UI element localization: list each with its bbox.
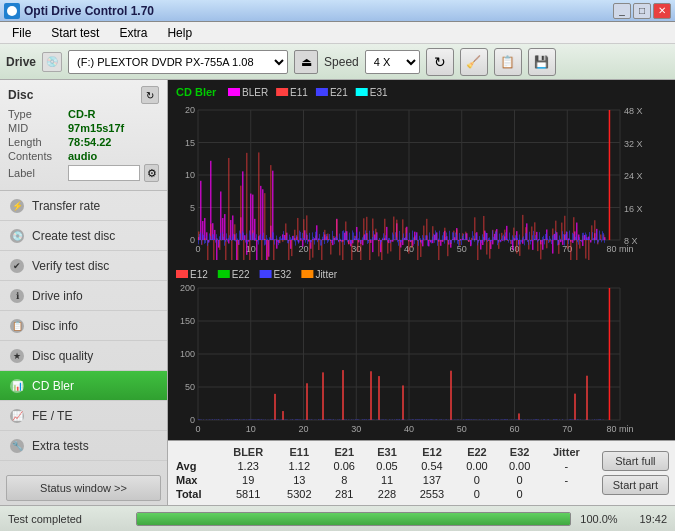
- sidebar-item-create-test-disc[interactable]: 💿 Create test disc: [0, 221, 167, 251]
- cell-avg-5: 0.00: [456, 459, 499, 473]
- menu-start-test[interactable]: Start test: [43, 24, 107, 42]
- sidebar-item-fe-te-label: FE / TE: [32, 409, 72, 423]
- drive-select[interactable]: (F:) PLEXTOR DVDR PX-755A 1.08: [68, 50, 288, 74]
- table-body: Avg1.231.120.060.050.540.000.00-Max19138…: [172, 459, 592, 501]
- sidebar-item-disc-info[interactable]: 📋 Disc info: [0, 311, 167, 341]
- disc-label-input[interactable]: [68, 165, 140, 181]
- disc-quality-icon: ★: [10, 349, 24, 363]
- create-test-disc-icon: 💿: [10, 229, 24, 243]
- data-table-wrapper: BLER E11 E21 E31 E12 E22 E32 Jitter Avg1…: [168, 441, 596, 505]
- sidebar-item-drive-info-label: Drive info: [32, 289, 83, 303]
- extra-tests-icon: 🔧: [10, 439, 24, 453]
- disc-section-title: Disc: [8, 88, 33, 102]
- toolbar: Drive 💿 (F:) PLEXTOR DVDR PX-755A 1.08 ⏏…: [0, 44, 675, 80]
- cell-avg-2: 0.06: [323, 459, 366, 473]
- disc-length-value: 78:54.22: [68, 136, 111, 148]
- cell-max-4: 137: [408, 473, 455, 487]
- sidebar: Disc ↻ Type CD-R MID 97m15s17f Length 78…: [0, 80, 168, 505]
- data-table: BLER E11 E21 E31 E12 E22 E32 Jitter Avg1…: [172, 445, 592, 501]
- fe-te-icon: 📈: [10, 409, 24, 423]
- status-time: 19:42: [627, 513, 667, 525]
- disc-type-value: CD-R: [68, 108, 96, 120]
- drive-info-icon: ℹ: [10, 289, 24, 303]
- titlebar: Opti Drive Control 1.70 _ □ ✕: [0, 0, 675, 22]
- sidebar-item-fe-te[interactable]: 📈 FE / TE: [0, 401, 167, 431]
- cell-max-0: 19: [221, 473, 276, 487]
- disc-refresh-button[interactable]: ↻: [141, 86, 159, 104]
- cell-total-7: [541, 487, 592, 501]
- table-row: Max191381113700-: [172, 473, 592, 487]
- start-full-button[interactable]: Start full: [602, 451, 669, 471]
- table-header-row: BLER E11 E21 E31 E12 E22 E32 Jitter: [172, 445, 592, 459]
- col-header-jitter: Jitter: [541, 445, 592, 459]
- cell-avg-4: 0.54: [408, 459, 455, 473]
- table-row: Total58115302281228255300: [172, 487, 592, 501]
- cell-max-1: 13: [276, 473, 323, 487]
- maximize-button[interactable]: □: [633, 3, 651, 19]
- cell-avg-7: -: [541, 459, 592, 473]
- row-label-avg: Avg: [172, 459, 221, 473]
- save-button[interactable]: 💾: [528, 48, 556, 76]
- close-button[interactable]: ✕: [653, 3, 671, 19]
- chart1-canvas: [168, 80, 675, 260]
- drive-label: Drive: [6, 55, 36, 69]
- sidebar-item-create-test-disc-label: Create test disc: [32, 229, 115, 243]
- sidebar-item-extra-tests[interactable]: 🔧 Extra tests: [0, 431, 167, 461]
- cell-total-3: 228: [366, 487, 409, 501]
- speed-label: Speed: [324, 55, 359, 69]
- cell-total-5: 0: [456, 487, 499, 501]
- cell-total-4: 2553: [408, 487, 455, 501]
- refresh-button[interactable]: ↻: [426, 48, 454, 76]
- sidebar-item-drive-info[interactable]: ℹ Drive info: [0, 281, 167, 311]
- status-window-button[interactable]: Status window >>: [6, 475, 161, 501]
- cell-avg-0: 1.23: [221, 459, 276, 473]
- main-area: Disc ↻ Type CD-R MID 97m15s17f Length 78…: [0, 80, 675, 505]
- menu-file[interactable]: File: [4, 24, 39, 42]
- progress-percent: 100.0%: [579, 513, 619, 525]
- col-header-e11: E11: [276, 445, 323, 459]
- eject-button[interactable]: ⏏: [294, 50, 318, 74]
- cd-bler-icon: 📊: [10, 379, 24, 393]
- progress-bar: [136, 512, 571, 526]
- eraser-button[interactable]: 🧹: [460, 48, 488, 76]
- disc-mid-label: MID: [8, 122, 64, 134]
- start-part-button[interactable]: Start part: [602, 475, 669, 495]
- sidebar-item-extra-tests-label: Extra tests: [32, 439, 89, 453]
- chart1-wrapper: [168, 80, 675, 260]
- disc-contents-label: Contents: [8, 150, 64, 162]
- bottom-section: BLER E11 E21 E31 E12 E22 E32 Jitter Avg1…: [168, 440, 675, 505]
- menu-extra[interactable]: Extra: [111, 24, 155, 42]
- cell-avg-6: 0.00: [498, 459, 541, 473]
- disc-gear-button[interactable]: ⚙: [144, 164, 159, 182]
- col-header-e31: E31: [366, 445, 409, 459]
- charts-container: [168, 80, 675, 440]
- cell-max-2: 8: [323, 473, 366, 487]
- col-header-e12: E12: [408, 445, 455, 459]
- cell-avg-3: 0.05: [366, 459, 409, 473]
- cell-max-7: -: [541, 473, 592, 487]
- speed-select[interactable]: 1 X2 X4 X8 XMax: [365, 50, 420, 74]
- statusbar: Test completed 100.0% 19:42: [0, 505, 675, 531]
- minimize-button[interactable]: _: [613, 3, 631, 19]
- chart2-wrapper: [168, 260, 675, 440]
- disc-length-label: Length: [8, 136, 64, 148]
- menu-help[interactable]: Help: [159, 24, 200, 42]
- cell-max-3: 11: [366, 473, 409, 487]
- sidebar-item-transfer-rate-label: Transfer rate: [32, 199, 100, 213]
- sidebar-item-cd-bler[interactable]: 📊 CD Bler: [0, 371, 167, 401]
- row-label-max: Max: [172, 473, 221, 487]
- sidebar-item-disc-quality-label: Disc quality: [32, 349, 93, 363]
- cell-avg-1: 1.12: [276, 459, 323, 473]
- disc-info-icon: 📋: [10, 319, 24, 333]
- copy-button[interactable]: 📋: [494, 48, 522, 76]
- col-header-e32: E32: [498, 445, 541, 459]
- sidebar-item-verify-test-disc[interactable]: ✔ Verify test disc: [0, 251, 167, 281]
- chart2-canvas: [168, 260, 675, 440]
- sidebar-item-disc-quality[interactable]: ★ Disc quality: [0, 341, 167, 371]
- verify-test-disc-icon: ✔: [10, 259, 24, 273]
- sidebar-item-transfer-rate[interactable]: ⚡ Transfer rate: [0, 191, 167, 221]
- sidebar-item-disc-info-label: Disc info: [32, 319, 78, 333]
- disc-contents-value: audio: [68, 150, 97, 162]
- disc-type-label: Type: [8, 108, 64, 120]
- disc-panel: Disc ↻ Type CD-R MID 97m15s17f Length 78…: [0, 80, 167, 191]
